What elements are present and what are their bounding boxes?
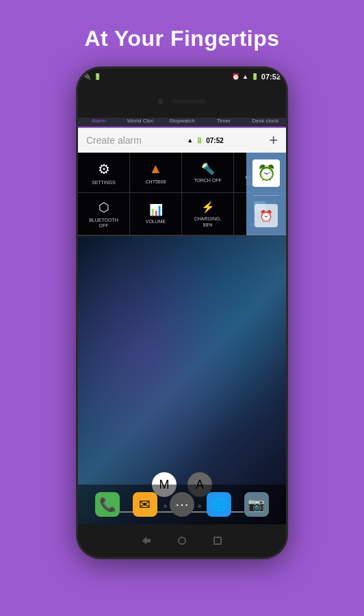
wifi-tile[interactable]: ▲ CHT5808 (130, 153, 182, 193)
settings-label: SETTINGS (92, 180, 116, 185)
dock-camera[interactable]: 📷 (244, 492, 269, 517)
side-alarm-large: ⏰ (252, 159, 280, 187)
battery-mini-icon: 🔋 (196, 137, 203, 144)
dock-mail[interactable]: ✉ (133, 492, 157, 517)
home-button[interactable] (178, 537, 186, 545)
recent-apps-button[interactable] (213, 537, 222, 545)
wifi-icon: ▲ (149, 161, 163, 177)
battery-status-icon: 🔋 (251, 73, 259, 80)
wallpaper: M A (78, 236, 286, 524)
charging-tile[interactable]: ⚡ CHARGING,88% (182, 193, 234, 235)
apps-icon: ⋯ (175, 496, 189, 513)
status-time: 07:52 (261, 73, 281, 81)
charging-tile-icon: ⚡ (201, 201, 215, 214)
front-camera (158, 99, 164, 104)
torch-label: TORCH OFF (194, 178, 222, 183)
dock-apps[interactable]: ⋯ (170, 492, 194, 517)
dock-globe[interactable]: 🌐 (207, 492, 231, 517)
charging-label: CHARGING,88% (194, 216, 222, 228)
volume-label: VOLUME (146, 219, 166, 224)
back-button[interactable] (142, 537, 151, 545)
globe-icon: 🌐 (211, 496, 228, 513)
page-title: At Your Fingertips (84, 26, 279, 51)
status-bar: 🔌 🔋 ⏰ ▲ 🔋 07:52 (78, 68, 286, 85)
side-alarm-small: ⏰ (255, 204, 278, 227)
camera-icon: 📷 (248, 496, 265, 513)
side-alarm-small-icon: ⏰ (259, 209, 273, 222)
torch-tile[interactable]: 🔦 TORCH OFF (182, 153, 234, 193)
stopwatch-tab-label: Stopwatch (169, 118, 194, 124)
side-panel: ⏰ ⏰ (246, 153, 286, 235)
phone-top-bezel (78, 85, 286, 118)
alarm-status-icon: ⏰ (232, 73, 239, 80)
bluetooth-tile[interactable]: ⬡ BLUETOOTHOFF (78, 193, 130, 235)
mini-time: 07:52 (206, 137, 224, 144)
create-alarm-status: ▲ 🔋 07:52 (187, 137, 224, 144)
settings-tile[interactable]: ⚙ SETTINGS (78, 153, 130, 193)
usb-icon: 🔌 (83, 73, 91, 80)
phone-icon: 📞 (99, 496, 116, 513)
dock: 📞 ✉ ⋯ 🌐 📷 (78, 485, 286, 524)
wifi-mini-icon: ▲ (187, 137, 193, 144)
bluetooth-label: BLUETOOTHOFF (89, 218, 118, 229)
quick-settings-grid: ⚙ SETTINGS ▲ CHT5808 🔦 TORCH OFF 📶 NO SE… (78, 153, 286, 236)
wifi-status-icon: ▲ (242, 73, 248, 80)
side-alarm-large-icon: ⏰ (257, 164, 276, 182)
screen: ⏰ Alarm 🌐 World Cloc ⏱ Stopwatch ⏳ Timer… (78, 101, 286, 524)
settings-icon: ⚙ (98, 161, 110, 177)
create-alarm-bar: Create alarm ▲ 🔋 07:52 + (78, 128, 286, 153)
speaker-grille (172, 99, 206, 103)
dock-phone[interactable]: 📞 (95, 492, 120, 517)
phone-shell: 🔌 🔋 ⏰ ▲ 🔋 07:52 ⏰ Alarm 🌐 World Cloc (76, 66, 288, 559)
timer-tab-label: Timer (217, 118, 231, 124)
phone-nav-bar (78, 524, 286, 557)
alarm-tab-label: Alarm (92, 118, 106, 124)
bluetooth-icon: ⬡ (99, 200, 109, 215)
create-alarm-text: Create alarm (86, 135, 142, 146)
volume-tile[interactable]: 📊 VOLUME (130, 193, 182, 235)
world-clock-tab-label: World Cloc (127, 118, 154, 124)
charging-icon: 🔋 (94, 73, 101, 80)
add-alarm-button[interactable]: + (269, 131, 278, 149)
wifi-label: CHT5808 (146, 179, 166, 185)
volume-icon: 📊 (149, 203, 163, 216)
torch-icon: 🔦 (201, 162, 215, 175)
mail-icon: ✉ (139, 496, 151, 513)
desk-clock-tab-label: Desk clock (252, 118, 278, 124)
